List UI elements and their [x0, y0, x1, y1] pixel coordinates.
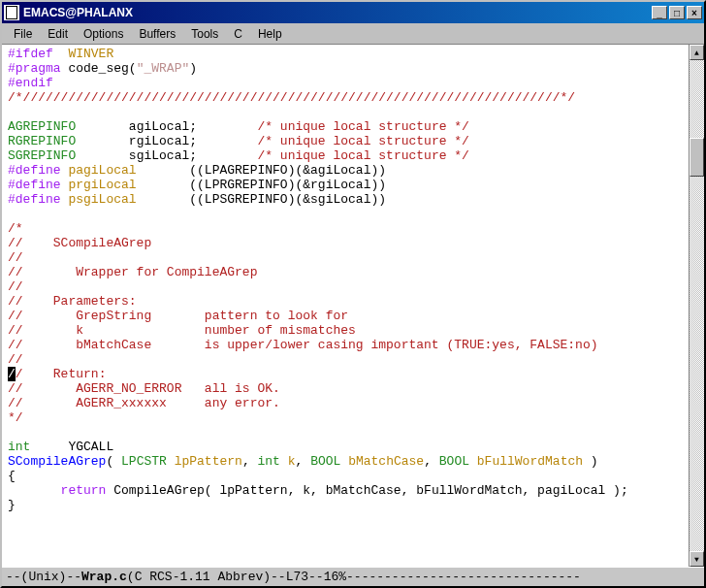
- menu-help[interactable]: Help: [250, 25, 290, 43]
- code-token: int: [257, 454, 279, 469]
- code-token: ((LPRGREPINFO)(&rgiLocal)): [137, 178, 386, 192]
- code-token: SGREPINFO: [8, 148, 76, 163]
- code-token: // Parameters:: [8, 294, 137, 309]
- status-right: (C RCS-1.11 Abbrev)--L73--16%-----------…: [127, 570, 581, 584]
- code-token: */: [8, 410, 23, 425]
- code-token: //: [8, 279, 23, 294]
- code-token: sgiLocal;: [76, 148, 257, 163]
- code-token: psgiLocal: [61, 192, 137, 207]
- menu-buffers[interactable]: Buffers: [131, 25, 183, 43]
- code-token: //: [8, 352, 23, 367]
- code-token: int: [8, 440, 30, 454]
- code-token: BOOL: [439, 454, 469, 469]
- code-token: BOOL: [310, 454, 340, 469]
- code-token: bMatchCase: [348, 454, 424, 469]
- scroll-up-button[interactable]: ▲: [690, 45, 704, 60]
- code-token: // Wrapper for CompileAGrep: [8, 265, 257, 279]
- code-token: // GrepString pattern to look for: [8, 309, 348, 323]
- code-token: lpPattern: [175, 454, 242, 469]
- code-token: RGREPINFO: [8, 134, 76, 148]
- code-token: return: [61, 483, 107, 498]
- menu-edit[interactable]: Edit: [40, 25, 76, 43]
- code-token: /* unique local structure */: [257, 148, 468, 163]
- code-token: ((LPSGREPINFO)(&sgiLocal)): [137, 192, 386, 207]
- buffer-name: Wrap.c: [81, 570, 127, 584]
- code-token: #ifdef: [8, 47, 53, 61]
- cursor: /: [8, 367, 16, 381]
- code-token: // AGERR_NO_ERROR all is OK.: [8, 381, 280, 396]
- code-token: k: [288, 454, 296, 469]
- code-token: ,: [296, 454, 311, 469]
- titlebar: EMACS@PHALANX _ □ ×: [2, 2, 704, 23]
- menubar: File Edit Options Buffers Tools C Help: [2, 23, 704, 45]
- code-token: YGCALL: [30, 440, 113, 454]
- code-token: pagiLocal: [61, 163, 137, 178]
- code-token: ((LPAGREPINFO)(&agiLocal)): [137, 163, 386, 178]
- menu-file[interactable]: File: [6, 25, 40, 43]
- code-token: // SCompileAGrep: [8, 236, 151, 250]
- minimize-button[interactable]: _: [652, 6, 667, 19]
- window-title: EMACS@PHALANX: [23, 6, 652, 19]
- code-token: #endif: [8, 76, 53, 90]
- code-token: // bMatchCase is upper/lower casing impo…: [8, 338, 598, 352]
- code-token: [469, 454, 477, 469]
- code-token: // AGERR_xxxxxx any error.: [8, 396, 280, 410]
- code-token: bFullWordMatch: [477, 454, 583, 469]
- code-token: [167, 454, 175, 469]
- code-token: //: [8, 250, 23, 265]
- code-token: #define: [8, 192, 61, 207]
- code-token: /* unique local structure */: [257, 119, 468, 134]
- code-token: {: [8, 469, 16, 483]
- code-token: ): [189, 61, 197, 76]
- code-token: code_seg(: [61, 61, 137, 76]
- code-token: [8, 483, 61, 498]
- code-token: / Return:: [16, 367, 107, 381]
- code-token: "_WRAP": [137, 61, 190, 76]
- code-token: // k number of mismatches: [8, 323, 356, 338]
- code-token: /*//////////////////////////////////////…: [8, 90, 575, 105]
- editor-area: #ifdef WINVER #pragma code_seg("_WRAP") …: [2, 45, 704, 567]
- code-token: LPCSTR: [121, 454, 167, 469]
- window-controls: _ □ ×: [652, 6, 702, 19]
- code-token: }: [8, 498, 16, 512]
- code-token: ): [583, 454, 598, 469]
- code-token: rgiLocal;: [76, 134, 257, 148]
- code-token: (: [106, 454, 121, 469]
- menu-tools[interactable]: Tools: [183, 25, 226, 43]
- code-token: #pragma: [8, 61, 61, 76]
- status-left: --(Unix)--: [6, 570, 81, 584]
- code-editor[interactable]: #ifdef WINVER #pragma code_seg("_WRAP") …: [2, 45, 689, 567]
- code-token: #define: [8, 178, 61, 192]
- code-token: #define: [8, 163, 61, 178]
- code-token: /*: [8, 221, 23, 236]
- code-token: agiLocal;: [76, 119, 257, 134]
- menu-c[interactable]: C: [226, 25, 250, 43]
- code-token: WINVER: [53, 47, 113, 61]
- code-token: prgiLocal: [61, 178, 137, 192]
- code-token: [340, 454, 348, 469]
- code-token: AGREPINFO: [8, 119, 76, 134]
- code-token: /* unique local structure */: [257, 134, 468, 148]
- code-token: CompileAGrep( lpPattern, k, bMatchCase, …: [106, 483, 627, 498]
- maximize-button[interactable]: □: [669, 6, 685, 19]
- code-token: ,: [242, 454, 258, 469]
- code-token: ,: [424, 454, 439, 469]
- mode-line: --(Unix)-- Wrap.c (C RCS-1.11 Abbrev)--L…: [2, 567, 704, 586]
- close-button[interactable]: ×: [687, 6, 702, 19]
- scroll-down-button[interactable]: ▼: [690, 551, 704, 567]
- scroll-track[interactable]: [690, 60, 704, 551]
- code-token: SCompileAGrep: [8, 454, 106, 469]
- vertical-scrollbar[interactable]: ▲ ▼: [689, 45, 704, 567]
- app-icon: [4, 5, 19, 20]
- scroll-thumb[interactable]: [690, 138, 704, 177]
- menu-options[interactable]: Options: [76, 25, 131, 43]
- code-token: [280, 454, 288, 469]
